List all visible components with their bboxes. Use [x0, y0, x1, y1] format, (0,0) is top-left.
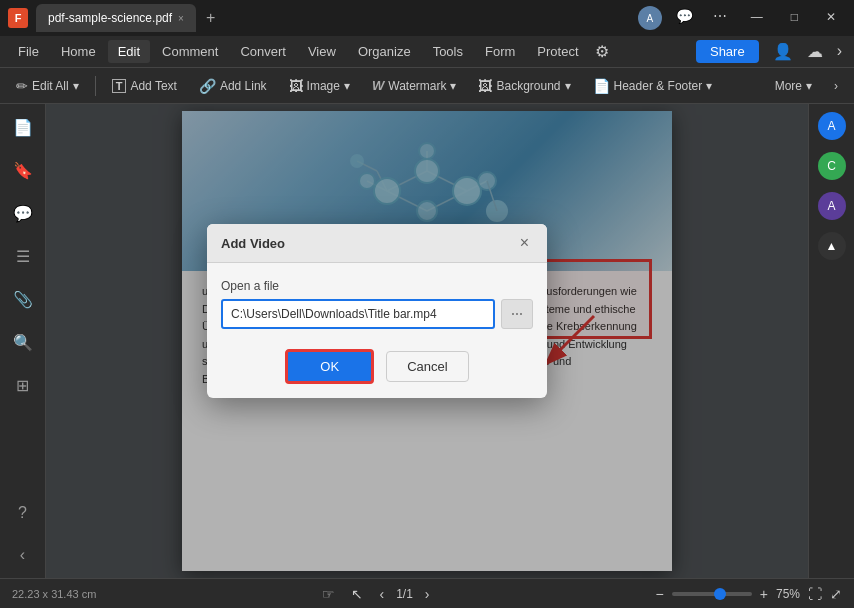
share-button[interactable]: Share: [696, 40, 759, 63]
menu-convert[interactable]: Convert: [230, 40, 296, 63]
user-icon[interactable]: 👤: [769, 40, 797, 63]
sidebar-search-icon[interactable]: 🔍: [7, 327, 39, 358]
image-button[interactable]: 🖼 Image ▾: [281, 74, 358, 98]
menu-comment[interactable]: Comment: [152, 40, 228, 63]
tab-label: pdf-sample-science.pdf: [48, 11, 172, 25]
dialog-footer: OK Cancel: [207, 341, 547, 398]
tab-area: pdf-sample-science.pdf × +: [36, 4, 630, 32]
settings-icon[interactable]: ⚙: [591, 40, 613, 63]
right-sidebar-badge-2[interactable]: C: [818, 152, 846, 180]
sidebar-outline-icon[interactable]: ☰: [10, 241, 36, 272]
toolbar-separator-1: [95, 76, 96, 96]
right-sidebar-badge-3[interactable]: A: [818, 192, 846, 220]
menubar: File Home Edit Comment Convert View Orga…: [0, 36, 854, 68]
dialog-header: Add Video ×: [207, 224, 547, 263]
sidebar-attachment-icon[interactable]: 📎: [7, 284, 39, 315]
watermark-icon: W: [372, 78, 384, 93]
close-button[interactable]: ✕: [816, 6, 846, 30]
minimize-button[interactable]: —: [741, 6, 773, 30]
browse-button[interactable]: ⋯: [501, 299, 533, 329]
image-icon: 🖼: [289, 78, 303, 94]
dialog-body: Open a file ⋯: [207, 263, 547, 341]
new-tab-button[interactable]: +: [200, 9, 221, 27]
zoom-out-button[interactable]: −: [656, 586, 664, 602]
sidebar-comment-icon[interactable]: 💬: [7, 198, 39, 229]
ok-button[interactable]: OK: [285, 349, 374, 384]
page-number: 1/1: [396, 587, 413, 601]
fit-page-button[interactable]: ⛶: [808, 586, 822, 602]
page-dimensions: 22.23 x 31.43 cm: [12, 588, 96, 600]
main-area: 📄 🔖 💬 ☰ 📎 🔍 ⊞ ? ‹: [0, 104, 854, 578]
sidebar-page-icon[interactable]: 📄: [7, 112, 39, 143]
edit-icon: ✏: [16, 78, 28, 94]
more-button[interactable]: More ▾: [767, 75, 820, 97]
edit-all-button[interactable]: ✏ Edit All ▾: [8, 74, 87, 98]
menu-organize[interactable]: Organize: [348, 40, 421, 63]
menu-tools[interactable]: Tools: [423, 40, 473, 63]
toolbar-right-arrow[interactable]: ›: [826, 75, 846, 97]
menu-home[interactable]: Home: [51, 40, 106, 63]
zoom-in-button[interactable]: +: [760, 586, 768, 602]
canvas-area: unterstützt Kliniker bei fundierten Ents…: [46, 104, 808, 578]
menu-form[interactable]: Form: [475, 40, 525, 63]
watermark-button[interactable]: W Watermark ▾: [364, 74, 465, 97]
status-right: − + 75% ⛶ ⤢: [656, 586, 842, 602]
menu-edit[interactable]: Edit: [108, 40, 150, 63]
overflow-icon[interactable]: ⋯: [707, 6, 733, 30]
user-avatar[interactable]: A: [638, 6, 662, 30]
right-sidebar-badge-4[interactable]: ▲: [818, 232, 846, 260]
select-mode-button[interactable]: ↖: [347, 584, 367, 604]
dialog-overlay: Add Video × Open a file ⋯ OK Cancel: [46, 104, 808, 578]
sidebar-collapse-icon[interactable]: ‹: [14, 540, 31, 570]
menu-view[interactable]: View: [298, 40, 346, 63]
titlebar-controls: A 💬 ⋯ — □ ✕: [638, 6, 846, 30]
sidebar-help-icon[interactable]: ?: [12, 498, 33, 528]
menu-right-icons: 👤 ☁ ›: [769, 40, 846, 63]
menu-file[interactable]: File: [8, 40, 49, 63]
titlebar: F pdf-sample-science.pdf × + A 💬 ⋯ — □ ✕: [0, 0, 854, 36]
cancel-button[interactable]: Cancel: [386, 351, 468, 382]
toolbar: ✏ Edit All ▾ T Add Text 🔗 Add Link 🖼 Ima…: [0, 68, 854, 104]
file-path-input[interactable]: [221, 299, 495, 329]
dialog-close-button[interactable]: ×: [516, 234, 533, 252]
background-icon: 🖼: [478, 78, 492, 94]
cloud-icon[interactable]: ☁: [803, 40, 827, 63]
menu-more-icon[interactable]: ›: [833, 40, 846, 63]
zoom-thumb: [714, 588, 726, 600]
app-icon: F: [8, 8, 28, 28]
fullscreen-button[interactable]: ⤢: [830, 586, 842, 602]
left-sidebar: 📄 🔖 💬 ☰ 📎 🔍 ⊞ ? ‹: [0, 104, 46, 578]
dialog-file-label: Open a file: [221, 279, 533, 293]
text-icon: T: [112, 79, 127, 93]
statusbar: 22.23 x 31.43 cm ☞ ↖ ‹ 1/1 › − + 75% ⛶ ⤢: [0, 578, 854, 608]
dialog-input-row: ⋯: [221, 299, 533, 329]
dialog-title: Add Video: [221, 236, 285, 251]
prev-page-button[interactable]: ‹: [375, 584, 388, 604]
next-page-button[interactable]: ›: [421, 584, 434, 604]
status-center: ☞ ↖ ‹ 1/1 ›: [104, 584, 647, 604]
sidebar-layers-icon[interactable]: ⊞: [10, 370, 35, 401]
add-video-dialog: Add Video × Open a file ⋯ OK Cancel: [207, 224, 547, 398]
right-sidebar: A C A ▲: [808, 104, 854, 578]
right-sidebar-badge-1[interactable]: A: [818, 112, 846, 140]
tab-close-icon[interactable]: ×: [178, 13, 184, 24]
maximize-button[interactable]: □: [781, 6, 808, 30]
zoom-slider[interactable]: [672, 592, 752, 596]
background-button[interactable]: 🖼 Background ▾: [470, 74, 578, 98]
active-tab[interactable]: pdf-sample-science.pdf ×: [36, 4, 196, 32]
add-link-button[interactable]: 🔗 Add Link: [191, 74, 275, 98]
add-text-button[interactable]: T Add Text: [104, 75, 185, 97]
header-footer-button[interactable]: 📄 Header & Footer ▾: [585, 74, 721, 98]
cursor-mode-button[interactable]: ☞: [318, 584, 339, 604]
sidebar-bookmark-icon[interactable]: 🔖: [7, 155, 39, 186]
header-footer-icon: 📄: [593, 78, 610, 94]
link-icon: 🔗: [199, 78, 216, 94]
chat-icon[interactable]: 💬: [670, 6, 699, 30]
zoom-level: 75%: [776, 587, 800, 601]
menu-protect[interactable]: Protect: [527, 40, 588, 63]
